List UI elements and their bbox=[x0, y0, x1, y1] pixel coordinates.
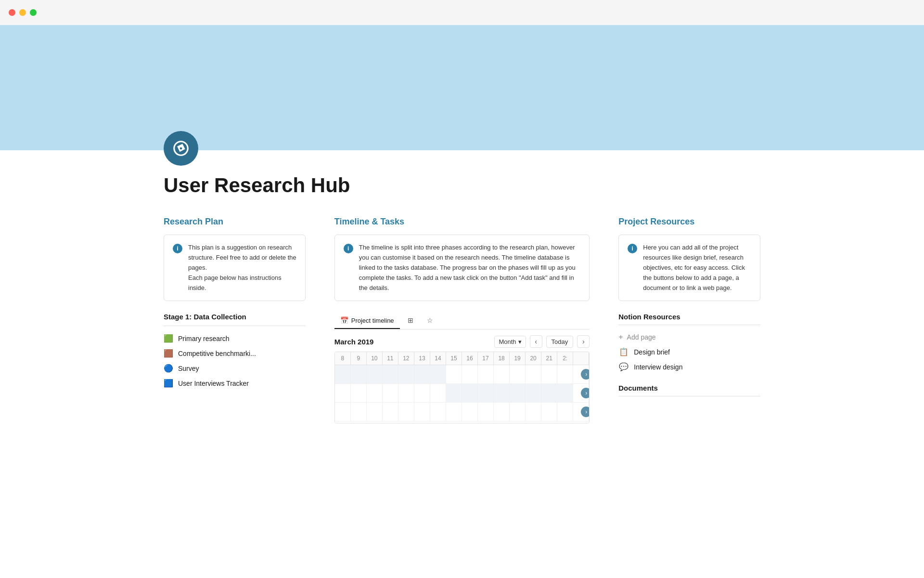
day-12: 12 bbox=[398, 352, 414, 365]
nav-item-competitive-benchmarking[interactable]: 🟫 Competitive benchmarki... bbox=[164, 346, 306, 361]
close-button[interactable] bbox=[9, 9, 15, 16]
day-10: 10 bbox=[367, 352, 383, 365]
primary-research-label: Primary research bbox=[178, 335, 230, 342]
month-selector[interactable]: Month ▾ bbox=[494, 336, 526, 348]
add-page-button[interactable]: + Add page bbox=[618, 330, 760, 344]
tab-star[interactable]: ☆ bbox=[421, 313, 439, 329]
cal-cell-2-1 bbox=[335, 384, 351, 402]
timeline-info-icon: i bbox=[344, 244, 353, 253]
day-17: 17 bbox=[478, 352, 494, 365]
timeline-controls: Month ▾ ‹ Today › bbox=[494, 335, 590, 348]
resource-item-design-brief[interactable]: 📋 Design brief bbox=[618, 344, 760, 359]
compass-icon bbox=[172, 139, 190, 158]
nav-item-user-interviews[interactable]: 🟦 User Interviews Tracker bbox=[164, 376, 306, 391]
user-interviews-icon: 🟦 bbox=[164, 379, 173, 388]
competitive-benchmarking-label: Competitive benchmarki... bbox=[178, 350, 256, 357]
page-title: User Research Hub bbox=[164, 173, 760, 197]
resources-info-icon: i bbox=[628, 244, 637, 253]
cal-cell-3-9 bbox=[462, 403, 478, 421]
timeline-tab-icon: 📅 bbox=[340, 316, 348, 324]
next-month-button[interactable]: › bbox=[577, 335, 590, 348]
design-brief-icon: 📋 bbox=[618, 347, 629, 356]
cal-row-1: › bbox=[335, 365, 590, 384]
day-8: 8 bbox=[335, 352, 351, 365]
cal-cell-3-2 bbox=[351, 403, 367, 421]
row3-arrow-button[interactable]: › bbox=[581, 407, 590, 417]
tab-grid[interactable]: ⊞ bbox=[402, 313, 419, 329]
documents-heading: Documents bbox=[618, 384, 760, 392]
cal-cell-2-16: › bbox=[573, 384, 589, 402]
resources-heading: Project Resources bbox=[618, 217, 760, 227]
row1-arrow-button[interactable]: › bbox=[581, 369, 590, 380]
cal-cell-3-14 bbox=[541, 403, 557, 421]
cal-cell-1-6 bbox=[414, 365, 430, 383]
day-16: 16 bbox=[462, 352, 478, 365]
minimize-button[interactable] bbox=[19, 9, 26, 16]
day-18: 18 bbox=[494, 352, 510, 365]
cal-row-3: › bbox=[335, 403, 590, 421]
cal-cell-2-11 bbox=[494, 384, 510, 402]
row2-arrow-button[interactable]: › bbox=[581, 388, 590, 398]
cal-cell-1-15 bbox=[557, 365, 573, 383]
today-button[interactable]: Today bbox=[546, 336, 574, 348]
resources-divider-2 bbox=[618, 396, 760, 396]
calendar-rows: › bbox=[335, 365, 590, 423]
cal-cell-1-5 bbox=[398, 365, 414, 383]
timeline-current-date: March 2019 bbox=[334, 338, 374, 346]
prev-month-button[interactable]: ‹ bbox=[530, 335, 542, 348]
cal-cell-3-11 bbox=[494, 403, 510, 421]
day-11: 11 bbox=[383, 352, 398, 365]
interview-design-icon: 💬 bbox=[618, 362, 629, 371]
timeline-header: March 2019 Month ▾ ‹ Today › bbox=[334, 329, 590, 352]
day-19: 19 bbox=[510, 352, 526, 365]
cal-cell-1-12 bbox=[510, 365, 526, 383]
day-9: 9 bbox=[351, 352, 367, 365]
cal-cell-3-4 bbox=[383, 403, 398, 421]
cal-cell-2-10 bbox=[478, 384, 494, 402]
resources-info-text: Here you can add all of the project reso… bbox=[643, 243, 751, 293]
resources-column: Project Resources i Here you can add all… bbox=[618, 217, 760, 401]
cal-cell-3-5 bbox=[398, 403, 414, 421]
info-icon: i bbox=[173, 244, 182, 253]
calendar-days-header: 8 9 10 11 12 13 14 15 16 17 18 19 20 21 … bbox=[335, 352, 590, 365]
day-extra bbox=[573, 352, 589, 365]
cal-cell-3-16: › bbox=[573, 403, 589, 421]
primary-research-icon: 🟩 bbox=[164, 334, 173, 343]
cal-cell-3-12 bbox=[510, 403, 526, 421]
cal-cell-2-8 bbox=[446, 384, 462, 402]
cal-cell-2-9 bbox=[462, 384, 478, 402]
add-page-label: Add page bbox=[627, 333, 656, 341]
day-15: 15 bbox=[446, 352, 462, 365]
timeline-info-box: i The timeline is split into three phase… bbox=[334, 235, 590, 301]
page-wrapper: User Research Hub Research Plan i This p… bbox=[125, 131, 799, 462]
maximize-button[interactable] bbox=[30, 9, 37, 16]
research-plan-heading: Research Plan bbox=[164, 217, 306, 227]
timeline-info-text: The timeline is split into three phases … bbox=[359, 243, 581, 293]
cal-cell-3-7 bbox=[430, 403, 446, 421]
resources-info-box: i Here you can add all of the project re… bbox=[618, 235, 760, 301]
timeline-column: Timeline & Tasks i The timeline is split… bbox=[334, 217, 590, 423]
titlebar bbox=[0, 0, 924, 25]
cal-cell-3-6 bbox=[414, 403, 430, 421]
month-label: Month bbox=[499, 338, 516, 345]
cal-cell-2-7 bbox=[430, 384, 446, 402]
cal-cell-3-13 bbox=[526, 403, 541, 421]
cal-cell-1-8 bbox=[446, 365, 462, 383]
day-21: 21 bbox=[541, 352, 557, 365]
resource-item-interview-design[interactable]: 💬 Interview design bbox=[618, 359, 760, 374]
plus-icon: + bbox=[618, 333, 623, 342]
cal-row-2: › bbox=[335, 384, 590, 403]
cal-cell-3-10 bbox=[478, 403, 494, 421]
cal-cell-2-6 bbox=[414, 384, 430, 402]
tab-project-timeline[interactable]: 📅 Project timeline bbox=[334, 313, 400, 329]
nav-item-primary-research[interactable]: 🟩 Primary research bbox=[164, 331, 306, 346]
grid-tab-icon: ⊞ bbox=[408, 316, 413, 324]
day-22: 2: bbox=[557, 352, 573, 365]
notion-resources-heading: Notion Resources bbox=[618, 313, 760, 321]
user-interviews-label: User Interviews Tracker bbox=[178, 380, 249, 387]
nav-item-survey[interactable]: 🔵 Survey bbox=[164, 361, 306, 376]
cal-cell-1-1 bbox=[335, 365, 351, 383]
page-icon[interactable] bbox=[164, 131, 198, 166]
competitive-benchmarking-icon: 🟫 bbox=[164, 349, 173, 358]
page-icon-area bbox=[164, 131, 760, 166]
